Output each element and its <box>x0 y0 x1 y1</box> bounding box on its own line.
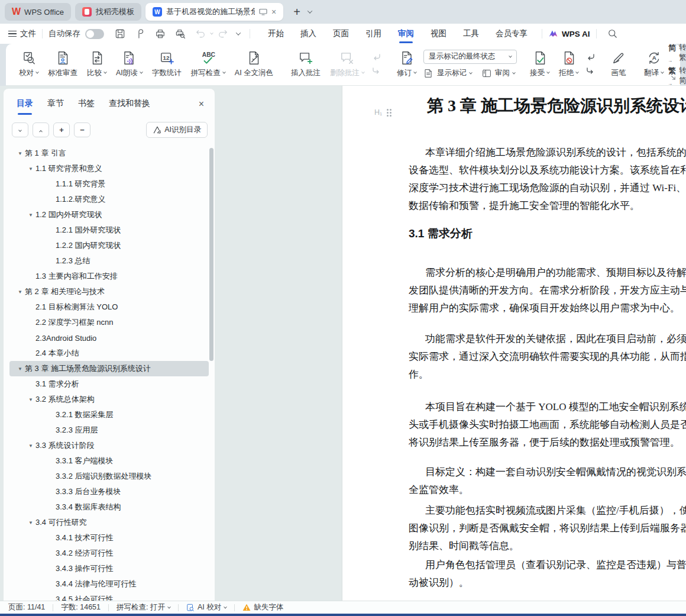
toc-expand-arrow-icon[interactable]: ▼ <box>15 289 25 295</box>
toc-item[interactable]: 3.1 需求分析 <box>9 376 209 392</box>
tab-document-active[interactable]: W 基于机器视觉的施工场景危险 × <box>145 3 283 21</box>
tab-docer-templates[interactable]: 找稻壳模板 <box>75 3 141 21</box>
print-icon[interactable] <box>154 28 166 40</box>
toc-expand-arrow-icon[interactable]: ▼ <box>15 151 25 156</box>
toc-expand-arrow-icon[interactable]: ▼ <box>26 397 35 402</box>
toc-item[interactable]: 3.3.2 后端识别数据处理模块 <box>9 469 209 484</box>
translate-button[interactable]: A 翻译 <box>639 50 668 78</box>
tab-chapters[interactable]: 章节 <box>47 98 64 115</box>
review-pane-button[interactable]: 审阅 <box>481 68 515 79</box>
proofread-button[interactable]: 校对 <box>14 50 43 78</box>
toc-item[interactable]: 1.1.1 研究背景 <box>9 176 209 192</box>
export-pdf-icon[interactable] <box>134 28 146 40</box>
menu-item[interactable]: 插入 <box>292 24 325 44</box>
toc-item[interactable]: 3.2.1 数据采集层 <box>9 407 209 423</box>
print-preview-icon[interactable] <box>174 28 186 40</box>
menu-item[interactable]: 工具 <box>455 24 487 44</box>
toc-item[interactable]: 1.2.1 国外研究现状 <box>9 222 209 238</box>
toc-item[interactable]: 3.3.1 客户端模块 <box>9 453 209 469</box>
toc-item[interactable]: 2.1 目标检测算法 YOLO <box>9 299 209 315</box>
previous-revision-icon[interactable] <box>585 53 596 62</box>
monitor-icon[interactable] <box>259 8 267 15</box>
toc-item[interactable]: 2.2 深度学习框架 ncnn <box>9 315 209 330</box>
standard-review-button[interactable]: 标准审查 <box>43 50 82 78</box>
toc-item[interactable]: 3.4.5 社会可行性 <box>9 592 209 601</box>
toc-item[interactable]: 2.4 本章小结 <box>9 346 209 361</box>
toc-expand-arrow-icon[interactable]: ▼ <box>26 212 35 218</box>
toc-item[interactable]: 3.4.4 法律与伦理可行性 <box>9 576 209 592</box>
ai-recognize-toc-button[interactable]: AI识别目录 <box>146 122 208 138</box>
toc-expand-arrow-icon[interactable]: ▼ <box>26 443 35 449</box>
toc-item[interactable]: ▼3.2 系统总体架构 <box>9 392 209 407</box>
toc-item[interactable]: 3.4.2 经济可行性 <box>9 546 209 561</box>
toc-item[interactable]: 3.4.3 操作可行性 <box>9 561 209 576</box>
toc-item[interactable]: ▼1.1 研究背景和意义 <box>9 161 209 176</box>
menu-item[interactable]: 审阅 <box>390 24 422 44</box>
search-icon[interactable] <box>607 28 619 40</box>
menu-item[interactable]: 视图 <box>422 24 455 44</box>
tab-find-replace[interactable]: 查找和替换 <box>109 98 150 115</box>
document-page[interactable]: H₁ 第 3 章 施工场景危险源识别系统设计 3.1 需求分析 本章详细介绍施工… <box>342 86 686 601</box>
insert-comment-button[interactable]: 插入批注 <box>286 50 325 78</box>
toc-item[interactable]: ▼第 2 章 相关理论与技术 <box>9 284 209 299</box>
wps-ai-button[interactable]: WPS AI <box>548 29 590 38</box>
toc-item[interactable]: 1.1.2.研究意义 <box>9 192 209 207</box>
toc-next-heading-button[interactable] <box>12 122 28 137</box>
undo-dropdown-icon[interactable] <box>210 31 213 35</box>
word-count-button[interactable]: 12 字数统计 <box>147 50 186 78</box>
main-menu-icon[interactable] <box>8 31 17 37</box>
toc-item[interactable]: 3.4.1 技术可行性 <box>9 530 209 546</box>
ai-read-button[interactable]: AI朗读 <box>111 50 147 78</box>
previous-comment-icon[interactable] <box>371 53 381 62</box>
toc-expand-all-button[interactable]: + <box>53 122 70 137</box>
sidebar-scrollbar-thumb[interactable] <box>209 148 213 361</box>
tab-list-chevron-icon[interactable] <box>308 8 312 13</box>
autosave-toggle[interactable] <box>85 29 104 39</box>
drag-handle-icon[interactable] <box>387 109 391 117</box>
accept-revision-button[interactable]: 接受 <box>525 50 554 78</box>
toc-item[interactable]: 1.2.2 国内研究现状 <box>9 238 209 253</box>
toc-item[interactable]: ▼3.3 系统设计阶段 <box>9 438 209 453</box>
simplified-to-traditional-button[interactable]: 简→ 转繁 <box>668 43 686 63</box>
toc-item[interactable]: 2.3Android Studio <box>9 330 209 346</box>
next-comment-icon[interactable] <box>371 67 381 75</box>
ribbon-collapse-icon[interactable] <box>670 73 677 83</box>
page-indicator[interactable]: 页面: 11/41 <box>8 602 45 612</box>
tab-bookmarks[interactable]: 书签 <box>78 98 95 115</box>
spell-check-button[interactable]: ABC 拼写检查 <box>186 50 230 78</box>
next-revision-icon[interactable] <box>585 67 596 75</box>
new-tab-button[interactable]: + <box>290 5 304 19</box>
delete-comment-button[interactable]: 删除批注 <box>325 50 369 78</box>
spell-check-indicator[interactable]: 拼写检查: 打开 <box>117 602 170 612</box>
menu-item[interactable]: 页面 <box>325 24 357 44</box>
compare-button[interactable]: 比较 <box>82 50 111 78</box>
toc-item[interactable]: 1.2.3 总结 <box>9 253 209 269</box>
word-count-indicator[interactable]: 字数: 14651 <box>61 602 101 612</box>
undo-icon[interactable] <box>195 28 206 40</box>
menu-item[interactable]: 引用 <box>357 24 390 44</box>
toc-expand-arrow-icon[interactable]: ▼ <box>26 166 35 172</box>
toc-item[interactable]: 3.2.3 应用层 <box>9 423 209 438</box>
ai-proofread-indicator[interactable]: AI 校对 <box>186 602 226 612</box>
menu-item[interactable]: 会员专享 <box>487 24 536 44</box>
file-menu[interactable]: 文件 <box>20 28 36 39</box>
missing-fonts-warning[interactable]: 缺失字体 <box>242 602 283 612</box>
toc-item[interactable]: 1.3 主要内容和工作安排 <box>9 269 209 284</box>
save-icon[interactable] <box>114 28 126 40</box>
track-changes-button[interactable]: 修订 <box>392 50 421 78</box>
toc-expand-arrow-icon[interactable]: ▼ <box>26 520 35 525</box>
show-markup-button[interactable]: 显示标记 <box>423 68 472 79</box>
ai-polish-button[interactable]: AI 全文润色 <box>230 50 278 78</box>
toc-previous-heading-button[interactable] <box>33 122 49 137</box>
reject-revision-button[interactable]: 拒绝 <box>554 50 583 78</box>
toc-item[interactable]: ▼第 1 章 引言 <box>9 146 209 161</box>
toc-item[interactable]: ▼第 3 章 施工场景危险源识别系统设计 <box>9 361 209 376</box>
toc-item[interactable]: 3.3.4 数据库表结构 <box>9 499 209 515</box>
toc-item[interactable]: ▼1.2 国内外研究现状 <box>9 207 209 222</box>
tab-toc[interactable]: 目录 <box>17 98 33 115</box>
quick-toolbar-chevron-icon[interactable] <box>236 30 241 35</box>
toc-item[interactable]: ▼3.4 可行性研究 <box>9 515 209 530</box>
toc-expand-arrow-icon[interactable]: ▼ <box>15 366 25 372</box>
toc-collapse-all-button[interactable]: − <box>74 122 90 137</box>
markup-state-select[interactable]: 显示标记的最终状态 <box>423 50 517 64</box>
